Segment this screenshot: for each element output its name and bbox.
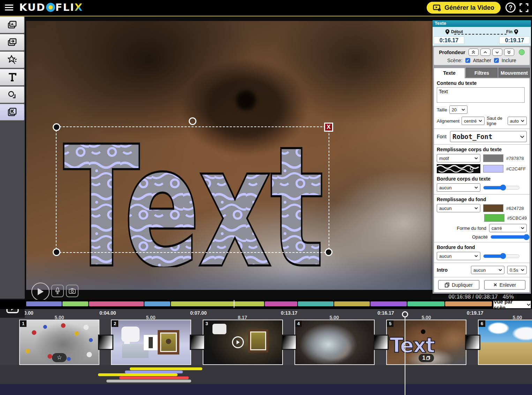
end-time-value[interactable]: 0:19.17 — [499, 36, 530, 44]
scene-segment[interactable] — [265, 301, 297, 306]
fullscreen-button[interactable] — [519, 3, 529, 13]
rotate-handle[interactable] — [189, 117, 196, 125]
text-selection-box[interactable]: X — [56, 126, 329, 253]
status-dot — [519, 49, 525, 55]
bg-fill-hex-2: #5CBC49 — [507, 215, 527, 221]
play-button[interactable] — [31, 283, 50, 301]
panel-title: Texte — [433, 20, 531, 27]
scene-segment[interactable] — [445, 301, 492, 306]
align-label: Alignement — [437, 118, 459, 124]
opacity-slider[interactable] — [490, 235, 527, 239]
sidebar-item-text[interactable] — [0, 69, 24, 86]
scene-thumbnail-1[interactable]: 1 ☆ — [19, 320, 99, 365]
track-bar[interactable] — [106, 380, 191, 382]
transition-2-3[interactable] — [190, 335, 205, 350]
body-fill-mode-select[interactable]: motif — [437, 154, 480, 162]
track-bar[interactable] — [130, 367, 202, 370]
bg-fill-swatch-1[interactable] — [483, 204, 503, 212]
attach-label: Attacher — [473, 58, 491, 63]
timeline-playhead-line[interactable] — [405, 320, 405, 395]
bg-border-width-slider[interactable] — [483, 254, 519, 258]
scene-copies-badge[interactable]: 1 — [419, 354, 434, 362]
remove-button[interactable]: × Enlever — [484, 280, 525, 290]
body-fill-swatch-1[interactable] — [483, 154, 503, 162]
scene-thumbnail-6[interactable]: 6 — [478, 320, 532, 365]
sidebar-item-media[interactable] — [0, 16, 24, 33]
end-pin[interactable]: Fin — [506, 29, 518, 35]
include-checkbox[interactable]: ✓ — [494, 58, 499, 63]
sidebar-item-shapes[interactable] — [0, 86, 24, 103]
track-bar[interactable] — [98, 373, 178, 376]
transition-1-2[interactable] — [98, 335, 113, 350]
scene-segment[interactable] — [62, 301, 88, 306]
font-select[interactable]: Robot_Font — [450, 131, 527, 142]
sidebar-item-brand[interactable] — [0, 104, 24, 120]
scene-segment[interactable] — [370, 301, 407, 306]
transition-3-4[interactable] — [282, 335, 297, 350]
menu-hamburger-icon[interactable] — [5, 5, 13, 11]
size-select[interactable]: 20 — [449, 105, 467, 114]
scene-thumbnail-5[interactable]: 5 Text 1 — [386, 320, 466, 365]
linebreak-select[interactable]: auto — [508, 117, 527, 125]
resize-handle-bottom-left[interactable] — [53, 248, 60, 256]
generate-video-button[interactable]: Générer la Video — [427, 2, 501, 14]
tab-texte[interactable]: Texte — [434, 68, 465, 78]
pattern-preview[interactable] — [437, 164, 480, 173]
delete-overlay-button[interactable]: X — [324, 123, 333, 132]
text-content-input[interactable]: Text — [437, 87, 525, 103]
depth-bottom-button[interactable] — [504, 49, 514, 56]
transition-4-5[interactable] — [373, 335, 389, 350]
bg-border-section: Bordure du fond aucun — [434, 242, 530, 263]
scene-segment[interactable] — [298, 301, 334, 306]
intro-select[interactable]: aucun — [471, 266, 504, 274]
align-select[interactable]: centré — [462, 117, 485, 125]
bg-shape-select[interactable]: carré — [489, 224, 527, 232]
scene-thumbnail-3[interactable]: 3 — [203, 320, 283, 365]
scene-segment[interactable] — [89, 301, 144, 306]
transition-5-6[interactable] — [465, 335, 480, 350]
scene-thumbnail-2[interactable]: 2 — [111, 320, 191, 365]
scene-segment[interactable] — [26, 301, 62, 306]
snapshot-button[interactable] — [66, 285, 78, 297]
timeline-playhead-knob[interactable] — [402, 311, 408, 317]
resize-handle-bottom-right[interactable] — [325, 248, 332, 256]
scene-thumbnail-4[interactable]: 4 — [294, 320, 375, 365]
scene-number: 3 — [203, 320, 210, 327]
sidebar-item-effects[interactable] — [0, 51, 24, 68]
intro-label: Intro — [437, 267, 468, 273]
intro-duration-select[interactable]: 0.5s — [507, 266, 527, 274]
start-pin[interactable]: Début — [445, 29, 463, 35]
scene-segment[interactable] — [407, 301, 444, 306]
body-border-mode-select[interactable]: aucun — [437, 183, 480, 192]
bg-fill-mode-select[interactable]: aucun — [437, 204, 480, 212]
scene-segment[interactable] — [171, 301, 264, 306]
help-button[interactable]: ? — [505, 2, 516, 13]
view-mode-dropdown[interactable]: Vue par scèn — [493, 301, 531, 308]
scene-progress-bar[interactable] — [26, 301, 492, 306]
microphone-button[interactable] — [51, 285, 64, 297]
bg-border-mode-select[interactable]: aucun — [437, 252, 480, 260]
scene-star-badge[interactable]: ☆ — [52, 353, 67, 362]
body-border-width-slider[interactable] — [483, 186, 519, 190]
start-time-value[interactable]: 0:16.17 — [434, 36, 464, 44]
depth-up-button[interactable] — [480, 49, 490, 56]
sidebar-item-transitions[interactable] — [0, 34, 24, 51]
track-bar[interactable] — [119, 376, 189, 379]
duplicate-button[interactable]: Dupliquer — [438, 280, 479, 290]
tab-filtres[interactable]: Filtres — [466, 68, 497, 78]
depth-down-button[interactable] — [492, 49, 502, 56]
body-fill-swatch-2[interactable] — [483, 165, 503, 173]
scene-segment[interactable] — [334, 301, 370, 306]
attach-checkbox[interactable]: ✓ — [465, 58, 470, 63]
tab-mouvement[interactable]: Mouvement — [499, 68, 530, 78]
chevron-down-icon — [474, 255, 478, 257]
progress-playhead[interactable] — [234, 300, 234, 308]
scene-segment[interactable] — [144, 301, 170, 306]
resize-handle-top-left[interactable] — [53, 123, 60, 131]
track-bar[interactable] — [125, 371, 183, 373]
opacity-label: Opacité — [472, 234, 488, 240]
scene-play-overlay[interactable] — [232, 336, 244, 348]
depth-top-button[interactable] — [469, 49, 479, 56]
ruler-tick: 0:19.17 — [467, 310, 483, 316]
bg-fill-swatch-2[interactable] — [484, 214, 504, 222]
